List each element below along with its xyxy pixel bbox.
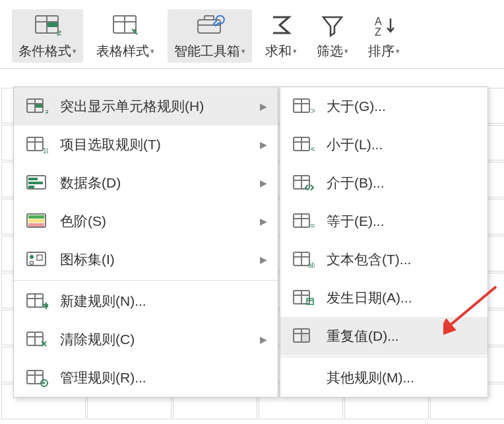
ribbon-label: 求和 <box>265 42 292 60</box>
sort-icon: AZ <box>368 12 400 38</box>
svg-text:10: 10 <box>43 147 48 155</box>
menu-item-label: 新建规则(N)... <box>60 292 146 310</box>
clearrule-icon <box>26 330 48 349</box>
menu-item-databar[interactable]: 数据条(D) ▶ <box>14 164 278 202</box>
menu-item-between[interactable]: 介于(B)... <box>280 164 488 202</box>
svg-text:>: > <box>311 106 315 116</box>
menu-item-label: 发生日期(A)... <box>327 289 412 307</box>
svg-rect-16 <box>36 104 42 108</box>
menu-item-managerule[interactable]: 管理规则(R)... <box>14 359 278 397</box>
menu-item-label: 色阶(S) <box>60 212 106 230</box>
date-icon <box>292 288 315 308</box>
menu-item-label: 文本包含(T)... <box>327 250 411 269</box>
chevron-right-icon: ▶ <box>260 101 267 112</box>
colorscale-icon <box>26 211 48 231</box>
managerule-icon <box>26 368 48 388</box>
ribbon-label: 智能工具箱 <box>174 42 240 60</box>
highlight-rules-submenu: > 大于(G)... < 小于(L)... 介于(B)... = 等于(E)..… <box>280 87 488 398</box>
menu-item-duplicate[interactable]: 重复值(D)... <box>280 317 488 355</box>
svg-text:≠: ≠ <box>46 107 48 116</box>
ribbon-table-style[interactable]: 表格样式▾ <box>90 9 161 63</box>
svg-text:=: = <box>310 221 315 230</box>
newrule-icon: ✱ <box>26 291 48 311</box>
chevron-right-icon: ▶ <box>260 334 267 345</box>
chevron-down-icon: ▾ <box>241 47 245 55</box>
menu-item-topitems[interactable]: 10 项目选取规则(T) ▶ <box>14 125 278 164</box>
svg-text:≠: ≠ <box>57 28 62 38</box>
menu-item-label: 重复值(D)... <box>327 327 399 345</box>
menu-item-label: 项目选取规则(T) <box>60 135 161 154</box>
svg-text:ab: ab <box>308 262 315 269</box>
chevron-down-icon: ▾ <box>293 47 297 55</box>
svg-text:Z: Z <box>375 26 381 38</box>
menu-item-label: 大于(G)... <box>327 97 386 116</box>
chevron-down-icon: ▾ <box>150 47 154 55</box>
chevron-down-icon: ▾ <box>344 47 348 55</box>
ribbon-label: 表格样式 <box>96 42 149 60</box>
chevron-right-icon: ▶ <box>260 178 267 188</box>
ribbon-filter[interactable]: 筛选▾ <box>310 9 355 63</box>
svg-rect-9 <box>205 16 214 20</box>
textcontains-icon: ab <box>292 250 315 269</box>
menu-item-label: 数据条(D) <box>60 174 121 192</box>
svg-rect-32 <box>37 255 42 260</box>
menu-item-label: 管理规则(R)... <box>60 369 146 387</box>
menu-item-more[interactable]: 其他规则(M)... <box>280 359 488 397</box>
ribbon-sort[interactable]: AZ 排序▾ <box>362 9 406 63</box>
menu-item-newrule[interactable]: ✱ 新建规则(N)... <box>14 282 278 320</box>
menu-item-label: 清除规则(C) <box>60 330 135 349</box>
iconset-icon <box>26 250 48 269</box>
chevron-right-icon: ▶ <box>260 254 267 265</box>
chevron-right-icon: ▶ <box>260 139 267 150</box>
databar-icon <box>26 173 48 193</box>
between-icon <box>292 173 315 193</box>
menu-item-label: 小于(L)... <box>327 135 383 154</box>
svg-rect-25 <box>28 186 34 188</box>
highlight-icon: ≠ <box>26 96 48 116</box>
svg-rect-73 <box>302 334 309 337</box>
menu-item-highlight[interactable]: ≠ 突出显示单元格规则(H) ▶ <box>14 87 278 125</box>
svg-text:A: A <box>375 16 382 27</box>
menu-item-gt[interactable]: > 大于(G)... <box>280 87 488 125</box>
svg-point-33 <box>30 262 34 265</box>
menu-item-eq[interactable]: = 等于(E)... <box>280 202 488 240</box>
conditional-format-menu: ≠ 突出显示单元格规则(H) ▶10 项目选取规则(T) ▶ 数据条(D) ▶ … <box>13 87 278 398</box>
menu-item-clearrule[interactable]: 清除规则(C) ▶ <box>14 320 278 359</box>
ribbon-label: 排序 <box>368 42 394 60</box>
filter-icon <box>317 12 348 38</box>
menu-item-colorscale[interactable]: 色阶(S) ▶ <box>14 202 278 240</box>
lt-icon: < <box>292 135 315 155</box>
menu-item-label: 其他规则(M)... <box>327 369 414 387</box>
tablestyle-icon <box>110 12 141 38</box>
gt-icon: > <box>292 96 315 116</box>
ribbon-smart-toolbox[interactable]: 智能工具箱▾ <box>168 9 252 63</box>
ribbon-conditional-format[interactable]: ≠ 条件格式▾ <box>12 9 83 63</box>
svg-rect-24 <box>28 182 43 184</box>
svg-rect-8 <box>198 20 220 33</box>
menu-separator <box>14 280 278 281</box>
svg-text:✱: ✱ <box>42 300 48 311</box>
svg-text:<: < <box>311 144 315 154</box>
menu-item-textcontains[interactable]: ab 文本包含(T)... <box>280 240 488 279</box>
menu-item-label: 图标集(I) <box>60 250 115 269</box>
menu-item-date[interactable]: 发生日期(A)... <box>280 279 488 317</box>
toolbox-icon <box>194 12 226 38</box>
ribbon-sum[interactable]: 求和▾ <box>259 9 303 63</box>
cf-main-icon: ≠ <box>32 12 63 38</box>
menu-item-lt[interactable]: < 小于(L)... <box>280 125 488 164</box>
svg-rect-74 <box>302 338 309 341</box>
chevron-down-icon: ▾ <box>396 47 400 55</box>
svg-point-45 <box>44 382 46 384</box>
svg-rect-27 <box>28 215 44 219</box>
svg-point-31 <box>30 255 34 259</box>
menu-item-label: 突出显示单元格规则(H) <box>60 97 204 116</box>
svg-rect-3 <box>47 22 57 27</box>
eq-icon: = <box>292 211 315 231</box>
svg-rect-23 <box>28 178 38 180</box>
menu-item-label: 介于(B)... <box>327 174 385 192</box>
blank-icon <box>292 368 315 388</box>
svg-rect-28 <box>28 219 44 223</box>
menu-separator <box>280 357 488 357</box>
menu-item-iconset[interactable]: 图标集(I) ▶ <box>14 240 278 279</box>
menu-item-label: 等于(E)... <box>327 212 385 230</box>
